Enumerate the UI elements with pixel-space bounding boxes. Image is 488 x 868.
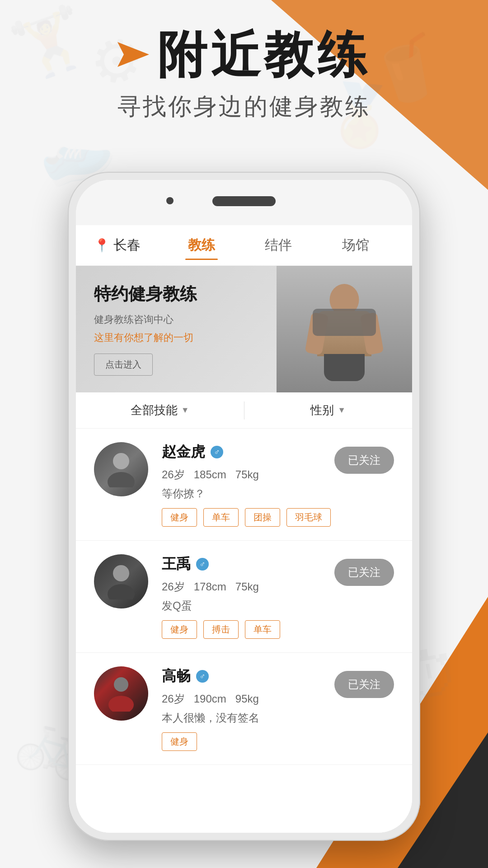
svg-point-1 <box>113 453 129 469</box>
location-text: 长春 <box>113 236 141 255</box>
banner-title: 特约健身教练 <box>94 283 258 306</box>
filter-skill[interactable]: 全部技能 ▼ <box>76 402 244 418</box>
avatar-overlay-3: 专业健身教练 <box>94 666 148 721</box>
svg-point-4 <box>108 584 135 599</box>
svg-marker-0 <box>117 42 149 67</box>
trainer-name-1: 赵金虎 <box>162 442 205 462</box>
avatar-silhouette-1 <box>103 451 139 487</box>
tag-item: 搏击 <box>203 620 239 639</box>
trainer-avatar-3: 专业健身教练 <box>94 666 148 721</box>
tag-item: 单车 <box>245 620 280 639</box>
phone-inner-frame: 📍 长春 教练 结伴 场馆 <box>76 180 412 833</box>
filter-gender[interactable]: 性别 ▼ <box>244 402 413 418</box>
follow-button-1[interactable]: 已关注 <box>334 447 394 474</box>
follow-button-3[interactable]: 已关注 <box>334 671 394 698</box>
trainer-list: 赵金虎 ♂ 26岁 185cm 75kg 等你撩？ <box>76 429 412 765</box>
filter-bar: 全部技能 ▼ 性别 ▼ <box>76 392 412 429</box>
nav-bar: 📍 长春 教练 结伴 场馆 <box>76 225 412 266</box>
tab-venue[interactable]: 场馆 <box>328 231 383 259</box>
filter-skill-arrow-icon: ▼ <box>181 406 189 415</box>
header-area: 附近教练 寻找你身边的健身教练 <box>0 27 488 123</box>
location-arrow-icon <box>117 42 149 67</box>
avatar-image-3: 专业健身教练 <box>94 666 148 721</box>
nav-location[interactable]: 📍 长春 <box>94 236 141 255</box>
trainer-avatar-2 <box>94 554 148 609</box>
gender-icon-1: ♂ <box>211 446 223 458</box>
trainer-bio-2: 发Q蛋 <box>162 599 394 613</box>
trainer-avatar-1 <box>94 442 148 496</box>
tag-item: 团操 <box>245 508 280 527</box>
trainer-bio-3: 本人很懒，没有签名 <box>162 711 394 725</box>
banner-description: 健身教练咨询中心 <box>94 313 258 326</box>
trainer-badge-text: 专业健身教练 <box>96 711 104 716</box>
svg-point-2 <box>108 472 135 487</box>
phone-top-bar <box>76 180 412 225</box>
app-content: 📍 长春 教练 结伴 场馆 <box>76 225 412 833</box>
tab-trainer[interactable]: 教练 <box>174 231 229 259</box>
page-title: 附近教练 <box>157 27 371 82</box>
avatar-image-1 <box>94 442 148 496</box>
phone-outer-frame: 📍 长春 教练 结伴 场馆 <box>68 172 420 841</box>
tag-item: 羽毛球 <box>286 508 331 527</box>
follow-button-2[interactable]: 已关注 <box>334 559 394 586</box>
phone-mockup: 📍 长春 教练 结伴 场馆 <box>68 172 420 841</box>
gender-icon-2: ♂ <box>196 558 209 571</box>
trainer-bio-1: 等你撩？ <box>162 486 394 501</box>
avatar-silhouette-2 <box>103 563 139 599</box>
banner-button[interactable]: 点击进入 <box>94 354 153 376</box>
trainer-item: 王禹 ♂ 26岁 178cm 75kg 发Q蛋 <box>76 541 412 653</box>
gender-icon-3: ♂ <box>196 670 209 683</box>
banner-image <box>277 266 412 392</box>
figure-lower <box>324 354 365 381</box>
trainer-name-2: 王禹 <box>162 554 191 574</box>
tag-item: 健身 <box>162 620 197 639</box>
tag-item: 健身 <box>162 732 197 751</box>
trainer-tags-2: 健身 搏击 单车 <box>162 620 394 639</box>
banner-highlight: 这里有你想了解的一切 <box>94 331 258 344</box>
location-pin-icon: 📍 <box>94 238 110 253</box>
tab-partner[interactable]: 结伴 <box>251 231 305 259</box>
banner: 特约健身教练 健身教练咨询中心 这里有你想了解的一切 点击进入 <box>76 266 412 392</box>
filter-gender-arrow-icon: ▼ <box>338 406 346 415</box>
phone-speaker <box>212 196 276 206</box>
avatar-image-2 <box>94 554 148 609</box>
phone-camera <box>166 197 174 204</box>
nav-tabs: 教练 结伴 场馆 <box>163 231 394 259</box>
muscular-figure <box>304 284 385 392</box>
trainer-item: 赵金虎 ♂ 26岁 185cm 75kg 等你撩？ <box>76 429 412 541</box>
tag-item: 单车 <box>203 508 239 527</box>
svg-point-3 <box>113 565 129 581</box>
tag-item: 健身 <box>162 508 197 527</box>
header-subtitle: 寻找你身边的健身教练 <box>0 91 488 123</box>
trainer-name-3: 高畅 <box>162 666 191 686</box>
figure-jacket <box>313 309 376 336</box>
trainer-tags-3: 健身 <box>162 732 394 751</box>
trainer-item: 专业健身教练 高畅 ♂ 26岁 <box>76 653 412 765</box>
banner-left: 特约健身教练 健身教练咨询中心 这里有你想了解的一切 点击进入 <box>76 269 277 389</box>
trainer-tags-1: 健身 单车 团操 羽毛球 <box>162 508 394 527</box>
